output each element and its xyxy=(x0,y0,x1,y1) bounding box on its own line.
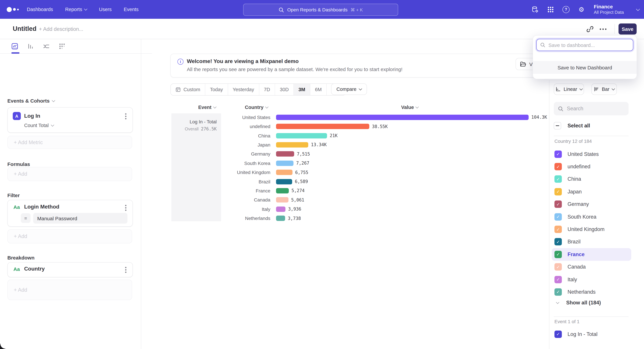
tab-retention-icon[interactable] xyxy=(59,43,66,49)
show-all-button[interactable]: Show all (184) xyxy=(552,300,601,306)
checkbox-checked[interactable]: ✓ xyxy=(554,331,562,338)
date-range-7d[interactable]: 7D xyxy=(259,84,275,95)
bar[interactable] xyxy=(276,151,294,157)
tab-insights-icon[interactable] xyxy=(12,43,18,49)
mixpanel-logo[interactable] xyxy=(7,0,19,19)
checkbox-checked[interactable]: ✓ xyxy=(554,238,562,246)
chevron-down-icon[interactable] xyxy=(636,7,640,11)
date-range-6m[interactable]: 6M xyxy=(310,84,326,95)
country-filter-row[interactable]: ✓France xyxy=(552,248,631,261)
checkbox-checked[interactable]: ✓ xyxy=(554,163,562,170)
project-switcher[interactable]: Finance All Project Data xyxy=(594,4,624,15)
country-filter-row[interactable]: ✓United Kingdom xyxy=(552,223,631,236)
tab-funnels-icon[interactable] xyxy=(27,43,34,49)
checkbox-checked[interactable]: ✓ xyxy=(554,188,562,195)
date-range-3m[interactable]: 3M xyxy=(294,84,310,95)
compare-button[interactable]: Compare xyxy=(331,83,367,95)
chart-type-selector[interactable]: Bar xyxy=(591,83,617,95)
column-header-country[interactable]: Country xyxy=(245,105,268,110)
bar[interactable] xyxy=(276,170,292,175)
country-filter-row[interactable]: ✓United States xyxy=(552,148,631,160)
checkbox-checked[interactable]: ✓ xyxy=(554,288,562,296)
checkbox-checked[interactable]: ✓ xyxy=(554,263,562,271)
metric-name[interactable]: Log In xyxy=(24,113,40,119)
breakdown-property-name[interactable]: Country xyxy=(24,266,45,272)
checkbox-indeterminate[interactable] xyxy=(554,122,561,129)
checkbox-checked[interactable]: ✓ xyxy=(554,226,562,233)
country-filter-row[interactable]: ✓Brazil xyxy=(552,236,631,248)
bar[interactable] xyxy=(276,197,288,203)
breakdown-kebab-icon[interactable] xyxy=(125,269,126,271)
events-cohorts-header[interactable]: Events & Cohorts xyxy=(8,98,55,104)
bar[interactable] xyxy=(276,188,289,193)
tab-flows-icon[interactable] xyxy=(43,43,50,49)
bar-category-label: United Kingdom xyxy=(223,170,270,175)
help-icon[interactable]: ? xyxy=(562,6,570,13)
filter-property-name[interactable]: Login Method xyxy=(24,204,59,210)
checkbox-checked[interactable]: ✓ xyxy=(554,150,562,158)
bar[interactable] xyxy=(276,133,327,138)
save-dashboard-search-input[interactable]: Save to dashboard... xyxy=(536,39,633,51)
country-filter-row[interactable]: ✓Canada xyxy=(552,261,631,273)
date-range-custom[interactable]: Custom xyxy=(171,84,205,95)
overall-label: Overall xyxy=(185,126,198,131)
bar[interactable] xyxy=(276,179,292,184)
event-filter-list: ✓ Log In - Total xyxy=(552,328,631,341)
bar[interactable] xyxy=(276,160,294,166)
breakdown-card[interactable]: Aa Country xyxy=(8,262,133,277)
nav-item-events[interactable]: Events xyxy=(124,0,139,19)
aggregation-selector[interactable]: Count Total xyxy=(24,123,54,128)
bar[interactable] xyxy=(276,142,308,147)
nav-item-users[interactable]: Users xyxy=(99,0,112,19)
filter-kebab-icon[interactable] xyxy=(125,207,126,209)
date-range-yesterday[interactable]: Yesterday xyxy=(228,84,259,95)
more-actions-icon[interactable] xyxy=(602,28,604,30)
global-search[interactable]: Open Reports & Dashboards ⌘ + K xyxy=(243,4,398,16)
checkbox-checked[interactable]: ✓ xyxy=(554,276,562,283)
country-filter-row[interactable]: ✓Germany xyxy=(552,198,631,211)
checkbox-checked[interactable]: ✓ xyxy=(554,176,562,183)
filter-operator[interactable]: = xyxy=(21,213,30,223)
apps-grid-icon[interactable] xyxy=(547,6,554,13)
filter-search-input[interactable]: Search xyxy=(554,102,628,115)
date-range-today[interactable]: Today xyxy=(205,84,228,95)
add-description-field[interactable]: + Add description... xyxy=(39,26,83,32)
bar-category-label: United States xyxy=(223,114,270,120)
select-all-row[interactable]: Select all xyxy=(554,122,590,129)
bar[interactable] xyxy=(276,207,286,212)
checkbox-checked[interactable]: ✓ xyxy=(554,213,562,220)
checkbox-checked[interactable]: ✓ xyxy=(554,251,562,258)
copy-link-icon[interactable] xyxy=(586,25,594,33)
add-breakdown-button[interactable]: + Add xyxy=(8,280,132,300)
country-filter-row[interactable]: ✓Japan xyxy=(552,185,631,198)
country-filter-row[interactable]: ✓South Korea xyxy=(552,211,631,223)
bar[interactable] xyxy=(276,124,369,129)
add-formula-button[interactable]: + Add xyxy=(8,167,132,181)
settings-gear-icon[interactable]: ⚙ xyxy=(578,6,585,13)
add-filter-button[interactable]: + Add xyxy=(8,229,132,243)
country-filter-row[interactable]: ✓China xyxy=(552,173,631,186)
nav-item-dashboards[interactable]: Dashboards xyxy=(27,0,53,19)
data-management-icon[interactable] xyxy=(532,6,539,13)
nav-item-reports[interactable]: Reports xyxy=(65,0,87,19)
add-metric-button[interactable]: + Add Metric xyxy=(8,136,132,149)
metric-card[interactable]: A Log In Count Total xyxy=(8,107,133,133)
country-filter-row[interactable]: ✓Netherlands xyxy=(552,286,631,298)
filter-card[interactable]: Aa Login Method = Manual Password xyxy=(8,200,133,227)
save-to-new-dashboard-option[interactable]: Save to New Dashboard xyxy=(533,61,636,74)
filter-value[interactable]: Manual Password xyxy=(33,213,128,224)
event-filter-row[interactable]: ✓ Log In - Total xyxy=(552,328,631,341)
metric-kebab-icon[interactable] xyxy=(125,116,126,117)
date-range-30d[interactable]: 30D xyxy=(275,84,293,95)
save-button[interactable]: Save xyxy=(618,23,636,34)
report-title[interactable]: Untitled xyxy=(13,25,36,32)
window-corner xyxy=(0,344,5,349)
bar[interactable] xyxy=(276,114,528,120)
bar[interactable] xyxy=(276,216,285,221)
country-filter-row[interactable]: ✓undefined xyxy=(552,160,631,173)
column-header-value[interactable]: Value xyxy=(401,105,418,110)
column-header-event[interactable]: Event xyxy=(198,105,216,110)
scale-selector[interactable]: Linear xyxy=(554,83,584,95)
checkbox-checked[interactable]: ✓ xyxy=(554,201,562,208)
country-filter-row[interactable]: ✓Italy xyxy=(552,273,631,286)
